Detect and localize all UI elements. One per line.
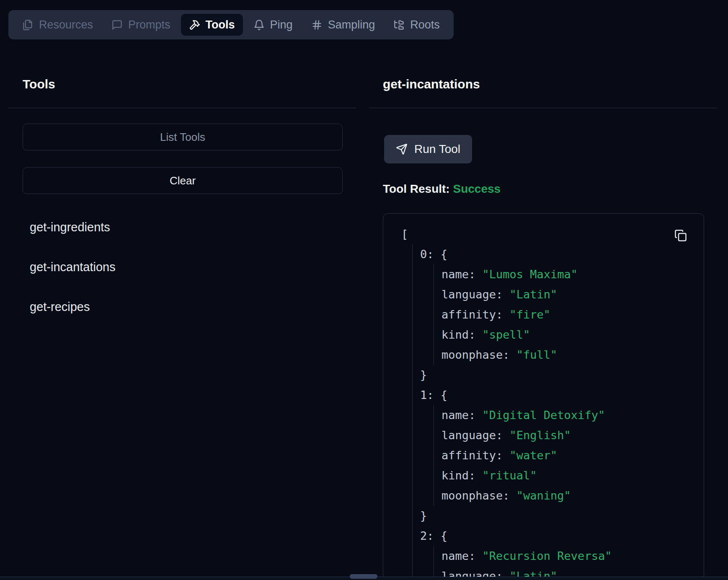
json-row: language: "English"	[441, 425, 704, 445]
tool-result-row: Tool Result: Success	[383, 182, 717, 196]
json-row: }	[420, 506, 704, 526]
json-row: affinity: "fire"	[441, 305, 704, 325]
clear-button[interactable]: Clear	[23, 167, 343, 194]
tool-item-get-ingredients[interactable]: get-ingredients	[30, 220, 110, 234]
tab-label: Resources	[39, 18, 93, 31]
tool-item-get-incantations[interactable]: get-incantations	[30, 260, 116, 274]
json-row: 1: {	[420, 385, 704, 405]
json-result-block[interactable]: [0: {name: "Lumos Maxima"language: "Lati…	[383, 213, 704, 580]
tab-label: Sampling	[328, 18, 375, 31]
bell-icon	[253, 19, 265, 31]
tab-label: Ping	[270, 18, 293, 31]
copy-icon	[674, 229, 688, 242]
hammer-icon	[189, 19, 200, 31]
tools-panel-title: Tools	[23, 77, 356, 92]
json-row: name: "Recursion Reversa"	[441, 546, 704, 566]
hash-icon	[311, 19, 323, 31]
tab-tools[interactable]: Tools	[181, 14, 243, 36]
json-row: name: "Digital Detoxify"	[441, 405, 704, 425]
json-object-level: name: "Recursion Reversa"language: "Lati…	[434, 546, 704, 580]
json-row: affinity: "water"	[441, 445, 704, 466]
panel-divider	[8, 108, 356, 108]
json-row: language: "Latin"	[441, 285, 704, 305]
tool-detail-panel: get-incantations Run Tool Tool Result: S…	[369, 39, 717, 580]
json-row: 2: {	[420, 526, 704, 546]
tab-prompts[interactable]: Prompts	[103, 14, 178, 36]
panel-divider	[369, 108, 717, 108]
tools-panel: Tools List Tools Clear get-ingredients g…	[8, 39, 356, 339]
message-square-icon	[111, 19, 123, 31]
json-array-level: 0: {name: "Lumos Maxima"language: "Latin…	[412, 244, 704, 580]
files-icon	[22, 19, 34, 31]
tab-label: Prompts	[128, 18, 170, 31]
tool-item-get-recipes[interactable]: get-recipes	[30, 300, 90, 314]
tab-resources[interactable]: Resources	[14, 14, 101, 36]
json-row: name: "Lumos Maxima"	[441, 264, 704, 285]
copy-button[interactable]	[674, 229, 688, 242]
json-tree: [0: {name: "Lumos Maxima"language: "Lati…	[383, 214, 704, 580]
list-tools-button[interactable]: List Tools	[23, 124, 343, 150]
tab-sampling[interactable]: Sampling	[303, 14, 383, 36]
tool-result-label: Tool Result:	[383, 182, 453, 195]
json-row: kind: "ritual"	[441, 466, 704, 486]
tool-list: get-ingredients get-incantations get-rec…	[8, 220, 356, 314]
tab-roots[interactable]: Roots	[385, 14, 448, 36]
send-icon	[396, 143, 408, 155]
json-row: kind: "spell"	[441, 325, 704, 345]
json-object-level: name: "Digital Detoxify"language: "Engli…	[434, 405, 704, 506]
tab-label: Roots	[410, 18, 440, 31]
json-row: moonphase: "waning"	[441, 486, 704, 506]
tab-ping[interactable]: Ping	[245, 14, 301, 36]
main-tabbar: Resources Prompts Tools Ping Sampling Ro…	[8, 10, 454, 39]
tool-result-status: Success	[453, 182, 501, 195]
json-row: [	[401, 224, 704, 244]
folder-tree-icon	[393, 19, 405, 31]
json-object-level: name: "Lumos Maxima"language: "Latin"aff…	[434, 264, 704, 365]
run-tool-button[interactable]: Run Tool	[384, 135, 472, 163]
run-tool-label: Run Tool	[414, 142, 460, 156]
selected-tool-title: get-incantations	[383, 77, 717, 92]
json-row: moonphase: "full"	[441, 345, 704, 365]
json-row: }	[420, 365, 704, 385]
json-row: 0: {	[420, 244, 704, 264]
tab-label: Tools	[206, 18, 235, 31]
horizontal-scrollbar-thumb[interactable]	[350, 574, 377, 579]
